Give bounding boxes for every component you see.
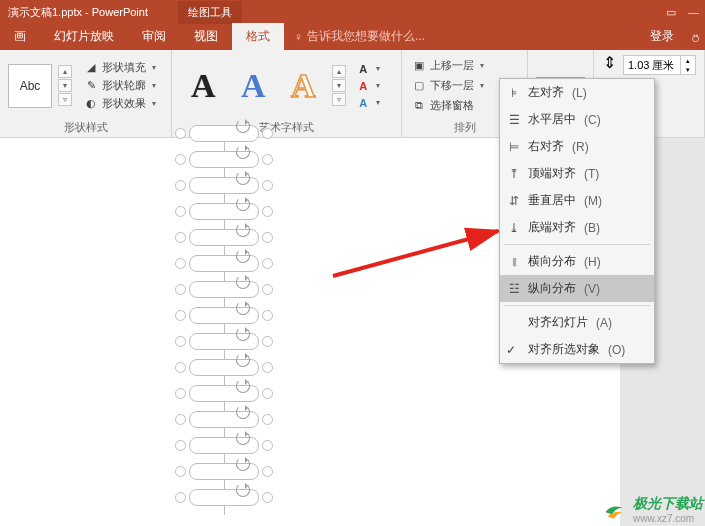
lightbulb-icon: ♀ (294, 30, 303, 44)
menu-align-left[interactable]: ⊧左对齐(L) (500, 79, 654, 106)
distribute-v-icon: ☳ (506, 282, 522, 296)
tab-format[interactable]: 格式 (232, 23, 284, 50)
shape-effects-button[interactable]: ◐ 形状效果 ▾ (84, 96, 156, 111)
text-fill-button[interactable]: A ▾ (356, 62, 380, 76)
align-right-icon: ⊨ (506, 140, 522, 154)
chevron-down-icon: ▾ (152, 63, 156, 72)
rotate-handle-icon[interactable] (236, 249, 250, 263)
annotation-arrow (328, 226, 508, 282)
group-shape-styles: Abc ▴ ▾ ▿ ◢ 形状填充 ▾ ✎ 形状轮廓 ▾ ◐ (0, 50, 172, 137)
user-icon[interactable]: ⍥ (686, 26, 705, 50)
pen-icon: ✎ (84, 79, 98, 93)
align-left-icon: ⊧ (506, 86, 522, 100)
spin-down-icon[interactable]: ▾ (681, 65, 695, 74)
menu-align-top[interactable]: ⤒顶端对齐(T) (500, 160, 654, 187)
selection-pane-icon: ⧉ (412, 99, 426, 113)
menu-align-right[interactable]: ⊨右对齐(R) (500, 133, 654, 160)
login-button[interactable]: 登录 (638, 23, 686, 50)
titlebar: 演示文稿1.pptx - PowerPoint 绘图工具 ▭ — (0, 0, 705, 24)
align-center-h-icon: ☰ (506, 113, 522, 127)
rotate-handle-icon[interactable] (236, 483, 250, 497)
distribute-h-icon: ⦀ (506, 255, 522, 269)
send-backward-icon: ▢ (412, 79, 426, 93)
tab-review[interactable]: 审阅 (128, 23, 180, 50)
paint-bucket-icon: ◢ (84, 61, 98, 75)
menu-separator (504, 244, 650, 245)
menu-align-selected[interactable]: ✓对齐所选对象(O) (500, 336, 654, 363)
tell-me-placeholder: 告诉我您想要做什么... (307, 28, 425, 45)
tab-transitions[interactable]: 画 (0, 23, 40, 50)
rotate-handle-icon[interactable] (236, 223, 250, 237)
menu-distribute-h[interactable]: ⦀横向分布(H) (500, 248, 654, 275)
rotate-handle-icon[interactable] (236, 353, 250, 367)
ribbon-tabs: 画 幻灯片放映 审阅 视图 格式 ♀ 告诉我您想要做什么... 登录 ⍥ (0, 24, 705, 50)
wordart-preset-3[interactable]: A (280, 63, 326, 109)
menu-align-center-h[interactable]: ☰水平居中(C) (500, 106, 654, 133)
text-fill-icon: A (356, 62, 370, 76)
gallery-more-icon[interactable]: ▿ (332, 93, 346, 106)
tab-slideshow[interactable]: 幻灯片放映 (40, 23, 128, 50)
gallery-down-icon[interactable]: ▾ (58, 79, 72, 92)
shape-outline-button[interactable]: ✎ 形状轮廓 ▾ (84, 78, 156, 93)
align-middle-v-icon: ⇵ (506, 194, 522, 208)
wordart-gallery-scroll: ▴ ▾ ▿ (332, 65, 346, 106)
tell-me-search[interactable]: ♀ 告诉我您想要做什么... (284, 23, 435, 50)
shape-style-gallery[interactable]: Abc (8, 64, 52, 108)
check-icon: ✓ (506, 343, 516, 357)
chevron-down-icon: ▾ (376, 81, 380, 90)
rotate-handle-icon[interactable] (236, 431, 250, 445)
gallery-up-icon[interactable]: ▴ (332, 65, 346, 78)
chevron-down-icon: ▾ (152, 99, 156, 108)
spin-up-icon[interactable]: ▴ (681, 56, 695, 65)
rotate-handle-icon[interactable] (236, 327, 250, 341)
tab-view[interactable]: 视图 (180, 23, 232, 50)
gallery-scroll: ▴ ▾ ▿ (58, 65, 72, 106)
align-bottom-icon: ⤓ (506, 221, 522, 235)
selected-shapes[interactable] (175, 120, 273, 510)
rotate-handle-icon[interactable] (236, 145, 250, 159)
chevron-down-icon: ▾ (376, 98, 380, 107)
text-outline-button[interactable]: A ▾ (356, 79, 380, 93)
chevron-down-icon: ▾ (152, 81, 156, 90)
height-input[interactable]: 1.03 厘米 ▴ ▾ (623, 55, 696, 75)
menu-align-middle-v[interactable]: ⇵垂直居中(M) (500, 187, 654, 214)
document-title: 演示文稿1.pptx - PowerPoint (0, 5, 148, 20)
svg-line-0 (333, 231, 498, 276)
gallery-up-icon[interactable]: ▴ (58, 65, 72, 78)
rotate-handle-icon[interactable] (236, 457, 250, 471)
align-top-icon: ⤒ (506, 167, 522, 181)
menu-align-bottom[interactable]: ⤓底端对齐(B) (500, 214, 654, 241)
height-icon: ⇕ (602, 55, 616, 69)
rotate-handle-icon[interactable] (236, 119, 250, 133)
menu-separator (504, 305, 650, 306)
ribbon-options-icon[interactable]: ▭ (660, 6, 682, 19)
wordart-preset-1[interactable]: A (180, 63, 226, 109)
text-effects-button[interactable]: A ▾ (356, 96, 380, 110)
align-dropdown-menu: ⊧左对齐(L) ☰水平居中(C) ⊨右对齐(R) ⤒顶端对齐(T) ⇵垂直居中(… (499, 78, 655, 364)
gallery-down-icon[interactable]: ▾ (332, 79, 346, 92)
rotate-handle-icon[interactable] (236, 379, 250, 393)
watermark-logo-icon (601, 497, 627, 523)
shape-fill-stack: ◢ 形状填充 ▾ ✎ 形状轮廓 ▾ ◐ 形状效果 ▾ (84, 60, 156, 111)
watermark: 极光下载站 www.xz7.com (601, 495, 703, 524)
rotate-handle-icon[interactable] (236, 197, 250, 211)
chevron-down-icon: ▾ (376, 64, 380, 73)
minimize-icon[interactable]: — (682, 6, 705, 18)
menu-distribute-v[interactable]: ☳纵向分布(V) (500, 275, 654, 302)
rotate-handle-icon[interactable] (236, 275, 250, 289)
wordart-preset-2[interactable]: A (230, 63, 276, 109)
rotate-handle-icon[interactable] (236, 405, 250, 419)
selection-pane-button[interactable]: ⧉ 选择窗格 (410, 97, 486, 114)
rotate-handle-icon[interactable] (236, 171, 250, 185)
send-backward-button[interactable]: ▢ 下移一层 ▾ (410, 77, 486, 94)
text-effects-icon: A (356, 96, 370, 110)
rotate-handle-icon[interactable] (236, 301, 250, 315)
gallery-more-icon[interactable]: ▿ (58, 93, 72, 106)
contextual-tab-label: 绘图工具 (178, 1, 242, 24)
bring-forward-icon: ▣ (412, 59, 426, 73)
shape-fill-button[interactable]: ◢ 形状填充 ▾ (84, 60, 156, 75)
effects-icon: ◐ (84, 97, 98, 111)
bring-forward-button[interactable]: ▣ 上移一层 ▾ (410, 57, 486, 74)
text-outline-icon: A (356, 79, 370, 93)
menu-align-to-slide[interactable]: 对齐幻灯片(A) (500, 309, 654, 336)
